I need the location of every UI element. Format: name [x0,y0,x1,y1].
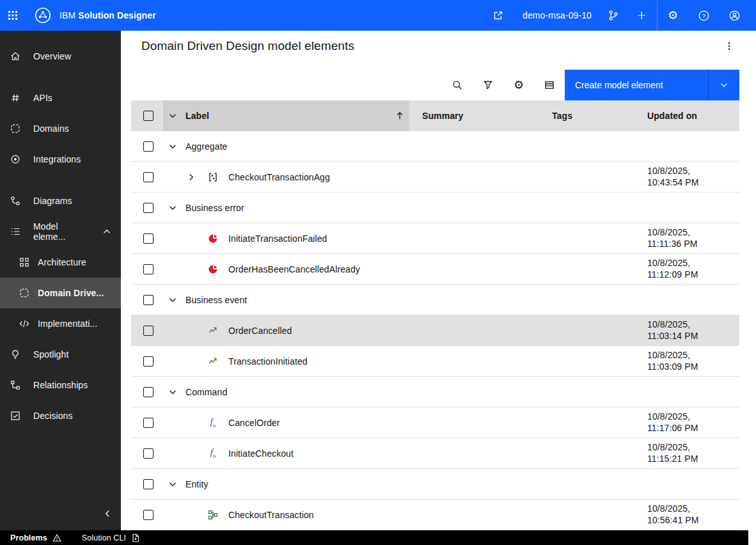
model-element-label: OrderCancelled [228,326,292,336]
row-checkbox-cell [131,162,163,192]
row-checkbox-cell [131,315,163,345]
business-event-icon [208,326,218,336]
group-checkbox[interactable] [143,295,154,305]
sidebar-item-decisions[interactable]: Decisions [0,400,121,431]
group-row[interactable]: Command [131,377,739,407]
sidebar-item-overview[interactable]: Overview [0,41,121,72]
column-header-label[interactable]: Label [163,100,409,131]
model-element-row[interactable]: CheckoutTransaction10/8/2025, 10:56:41 P… [131,500,739,530]
group-row[interactable]: Entity [131,469,739,500]
row-checkbox[interactable] [143,356,154,367]
model-element-row[interactable]: TransactionInitiated10/8/2025, 11:03:09 … [131,346,739,377]
summary-cell [409,162,539,192]
chevron-left-icon [102,509,113,519]
problems-button[interactable]: Problems [0,530,72,545]
row-checkbox[interactable] [143,510,154,520]
sidebar-item-diagrams[interactable]: Diagrams [0,186,121,216]
sidebar-item-implementation[interactable]: Implementati... [0,308,121,339]
updated-on-cell: 10/8/2025, 11:12:09 PM [634,254,739,284]
launch-button[interactable] [483,0,514,31]
sidebar-item-spotlight[interactable]: Spotlight [0,339,121,370]
column-header-summary[interactable]: Summary [409,100,539,131]
chevron-down-icon[interactable] [168,387,178,397]
group-row[interactable]: Business error [131,193,739,223]
chevron-down-icon[interactable] [168,479,178,489]
boundary-icon [19,288,29,298]
sidebar-item-domains[interactable]: Domains [0,113,121,144]
group-label-cell: Business error [163,193,409,223]
row-checkbox[interactable] [143,233,154,244]
relationship-icon [10,380,20,390]
model-element-row[interactable]: OrderCancelled10/8/2025, 11:03:14 PM [131,315,739,346]
model-element-label-cell: OrderCancelled [163,315,409,345]
add-button[interactable] [626,0,657,31]
chevron-down-icon [719,80,729,90]
row-checkbox[interactable] [143,326,154,336]
business-event-icon [208,356,218,367]
sidebar-item-label: Decisions [33,411,73,421]
business-error-icon [208,264,218,274]
branch-button[interactable] [601,0,626,31]
aggregate-icon [208,172,218,182]
user-avatar-button[interactable] [719,0,750,31]
select-all-checkbox[interactable] [143,111,154,121]
group-name: Business error [185,203,244,213]
sidebar-item-model-elements[interactable]: Model eleme... [0,216,121,247]
chevron-up-icon[interactable] [102,226,112,237]
create-dropdown-button[interactable] [708,70,739,100]
sidebar-item-label: Domains [33,123,69,134]
sidebar-item-label: Implementati... [38,319,97,329]
group-row[interactable]: Business event [131,285,739,315]
column-header-updated[interactable]: Updated on [634,100,739,131]
search-button[interactable] [442,70,473,100]
svg-text:?: ? [702,12,705,19]
header-settings-button[interactable]: ⚙ [658,0,688,31]
column-header-tags[interactable]: Tags [539,100,634,131]
row-checkbox[interactable] [143,264,154,274]
row-checkbox[interactable] [143,448,154,459]
group-checkbox[interactable] [143,387,154,397]
model-element-label-cell: CheckoutTransactionAgg [163,162,409,192]
tags-cell [539,500,634,530]
app-title: IBM Solution Designer [59,10,156,20]
row-checkbox[interactable] [143,172,154,182]
group-checkbox[interactable] [143,479,154,489]
group-row[interactable]: Aggregate [131,131,739,162]
model-element-row[interactable]: CheckoutTransactionAgg10/8/2025, 10:43:5… [131,162,739,193]
solution-cli-button[interactable]: Solution CLI [72,530,150,545]
tags-cell [539,223,634,253]
command-icon: fn [208,448,218,459]
sidebar-item-integrations[interactable]: Integrations [0,144,121,175]
sidebar-item-domain-driven-design[interactable]: Domain Drive... [0,278,121,308]
row-checkbox[interactable] [143,418,154,428]
collapse-all-chevron-icon[interactable] [168,111,178,121]
sidebar-item-label: Integrations [33,154,81,164]
updated-on-value: 10/8/2025, 11:17:06 PM [647,411,713,434]
sidebar-item-relationships[interactable]: Relationships [0,370,121,400]
table-view-button[interactable] [534,70,565,100]
app-switcher-button[interactable] [0,0,26,31]
chevron-right-icon[interactable] [186,172,196,182]
chevron-down-icon[interactable] [168,203,178,213]
create-model-element-button[interactable]: Create model element [565,70,708,100]
help-button[interactable]: ? [688,0,719,31]
group-checkbox[interactable] [143,141,154,152]
group-name: Command [185,387,227,397]
model-element-row[interactable]: fnInitiateCheckout10/8/2025, 11:15:21 PM [131,438,739,469]
filter-button[interactable] [473,70,503,100]
project-name[interactable]: demo-msa-09-10 [514,10,601,20]
chevron-down-icon[interactable] [168,295,178,305]
collapse-sidebar-button[interactable] [95,501,120,526]
model-element-row[interactable]: InitiateTransactionFailed10/8/2025, 11:1… [131,223,739,254]
summary-cell [409,407,539,438]
sidebar-item-apis[interactable]: APIs [0,83,121,113]
model-element-row[interactable]: fnCancelOrder10/8/2025, 11:17:06 PM [131,407,739,438]
group-checkbox[interactable] [143,203,154,213]
filter-icon [483,80,493,90]
row-checkbox-cell [131,407,163,438]
sidebar-item-architecture[interactable]: Architecture [0,247,121,278]
table-settings-button[interactable]: ⚙ [503,70,534,100]
model-element-row[interactable]: OrderHasBeenCancelledAlready10/8/2025, 1… [131,254,739,285]
overflow-menu-button[interactable] [719,36,739,56]
chevron-down-icon[interactable] [168,141,178,152]
